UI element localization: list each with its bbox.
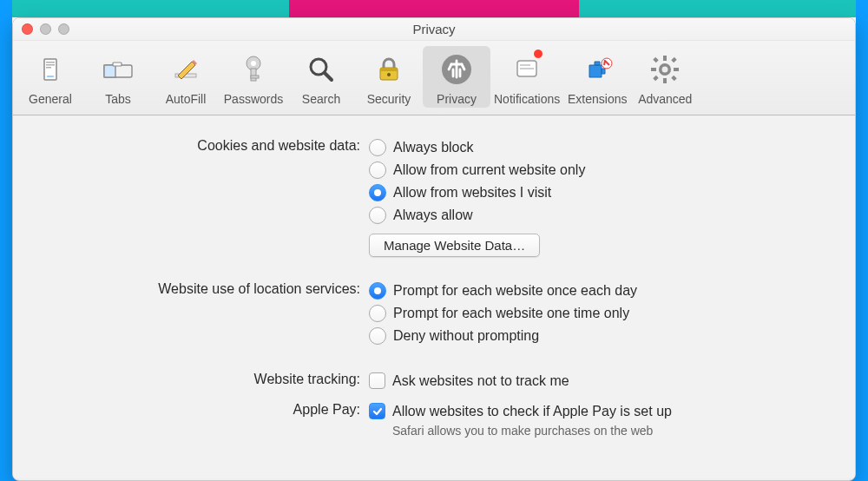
passwords-icon [233,49,273,89]
tab-general-label: General [29,92,72,106]
tab-tabs[interactable]: Tabs [84,46,152,108]
cookies-option-1-label: Allow from current website only [393,162,585,178]
notifications-icon [507,49,547,89]
cookies-option-3-label: Always allow [393,208,473,223]
tab-search[interactable]: Search [287,46,355,108]
location-option-one-time[interactable]: Prompt for each website one time only [369,302,829,325]
tab-tabs-label: Tabs [105,92,131,106]
cookies-option-current-only[interactable]: Allow from current website only [369,159,829,181]
autofill-icon [166,49,206,89]
svg-rect-30 [672,57,677,63]
cookies-option-websites-i-visit[interactable]: Allow from websites I visit [369,181,829,204]
radio-icon [369,327,386,345]
radio-checked-icon [369,184,386,201]
location-option-each-day[interactable]: Prompt for each website once each day [369,280,829,302]
cookies-option-0-label: Always block [393,140,473,155]
applepay-checkbox-label: Allow websites to check if Apple Pay is … [392,404,672,419]
tracking-do-not-track-checkbox[interactable]: Ask websites not to track me [369,370,829,392]
radio-checked-icon [369,282,386,300]
manage-website-data-button[interactable]: Manage Website Data… [369,234,540,257]
radio-icon [369,305,386,322]
window-title: Privacy [13,22,855,36]
tab-passwords-label: Passwords [224,92,283,106]
cookies-option-always-allow[interactable]: Always allow [369,204,829,227]
svg-rect-25 [663,78,667,83]
decorative-frame-left [0,0,12,481]
svg-rect-6 [104,65,115,77]
gear-icon [645,49,685,89]
applepay-checkbox[interactable]: Allow websites to check if Apple Pay is … [369,400,829,422]
svg-rect-28 [654,57,659,63]
tab-advanced-label: Advanced [638,92,692,106]
tab-general[interactable]: General [16,46,84,108]
tab-privacy-label: Privacy [437,92,477,106]
svg-rect-31 [654,76,659,81]
preferences-window: Privacy General Tabs AutoFill Passwords [12,17,856,481]
svg-rect-7 [113,63,122,66]
preferences-toolbar: General Tabs AutoFill Passwords Search [13,41,855,115]
radio-icon [369,139,386,156]
svg-rect-27 [674,68,679,71]
radio-icon [369,161,386,179]
privacy-icon [437,49,477,89]
svg-rect-11 [251,69,256,81]
general-icon [30,49,70,89]
tracking-section-label: Website tracking: [39,370,369,387]
svg-rect-1 [46,62,55,63]
svg-rect-16 [380,68,398,71]
checkbox-checked-icon [369,403,385,419]
svg-rect-4 [47,76,54,77]
svg-rect-3 [46,67,51,69]
tracking-checkbox-label: Ask websites not to track me [392,373,569,389]
tab-security-label: Security [367,92,411,106]
cookies-option-2-label: Allow from websites I visit [393,185,551,201]
decorative-frame-top [0,0,868,17]
tab-privacy[interactable]: Privacy [423,46,490,108]
location-section-label: Website use of location services: [39,280,369,297]
tab-autofill-label: AutoFill [166,92,207,106]
checkbox-icon [369,372,385,389]
applepay-section-label: Apple Pay: [39,400,369,418]
decorative-frame-right [856,0,868,481]
svg-rect-29 [672,76,677,81]
privacy-pane: Cookies and website data: Always block A… [13,115,855,478]
svg-point-17 [387,73,391,76]
svg-rect-24 [663,56,667,61]
svg-point-10 [251,61,256,66]
security-icon [369,49,409,89]
extensions-icon [577,49,617,89]
tab-extensions-label: Extensions [568,92,627,106]
tab-autofill[interactable]: AutoFill [152,46,220,108]
location-option-2-label: Deny without prompting [393,328,539,344]
search-icon [301,49,341,89]
cookies-option-always-block[interactable]: Always block [369,136,829,159]
radio-icon [369,207,386,224]
tab-advanced[interactable]: Advanced [631,46,699,108]
svg-point-32 [662,67,668,73]
tab-notifications-label: Notifications [494,92,560,106]
tab-extensions[interactable]: Extensions [563,46,631,108]
tab-security[interactable]: Security [355,46,423,108]
location-option-1-label: Prompt for each website one time only [393,306,629,321]
svg-line-14 [325,73,332,80]
tab-notifications[interactable]: Notifications [490,46,563,108]
applepay-hint: Safari allows you to make purchases on t… [369,422,829,438]
cookies-section-label: Cookies and website data: [39,136,369,154]
tab-search-label: Search [302,92,340,106]
svg-rect-12 [251,76,259,78]
svg-rect-20 [520,64,530,66]
svg-rect-2 [46,64,55,66]
tab-passwords[interactable]: Passwords [220,46,287,108]
location-option-deny[interactable]: Deny without prompting [369,325,829,347]
tabs-icon [98,49,138,89]
location-option-0-label: Prompt for each website once each day [393,283,637,299]
svg-rect-21 [520,68,534,69]
titlebar: Privacy [13,18,855,41]
svg-rect-26 [651,68,656,71]
